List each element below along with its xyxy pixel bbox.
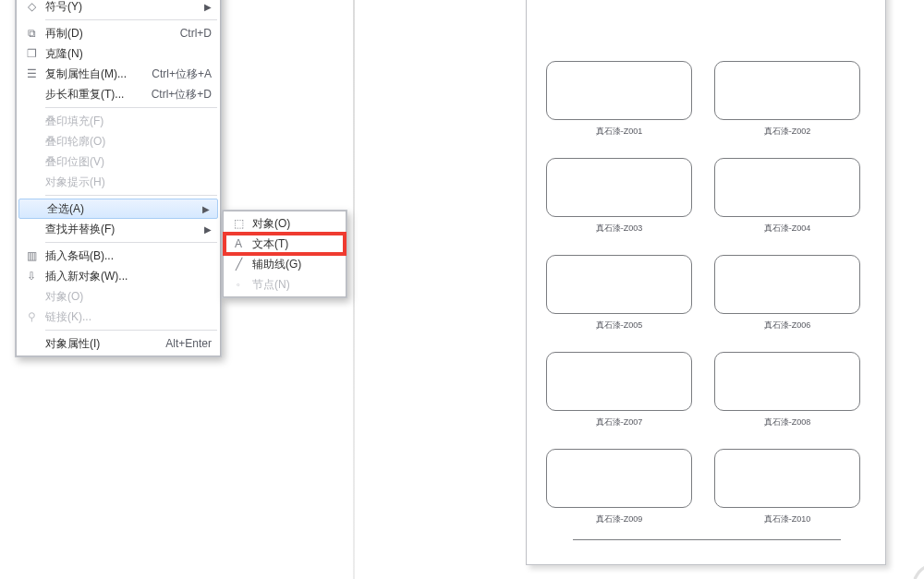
menu-label: 辅助线(G) [252,257,337,272]
swatch-caption: 真石漆-Z008 [764,416,811,428]
menu-label: 克隆(N) [45,46,212,62]
swatch-item[interactable]: 真石漆-Z004 [713,158,861,251]
context-menu: ▫ … ◇ 符号(Y) ▶ ⧉ 再制(D) Ctrl+D ❐ 克隆(N) ☰ 复… [15,0,222,357]
menu-item-overprint-bitmap: 叠印位图(V) [18,151,219,172]
menu-label: 全选(A) [47,201,197,217]
menu-label: 叠印位图(V) [45,154,212,170]
symbol-icon: ◇ [18,0,45,13]
submenu-arrow-icon: ▶ [202,224,212,235]
new-object-icon: ⇩ [18,270,45,283]
swatch-box [714,158,860,217]
menu-label: 对象提示(H) [45,175,212,190]
swatch-box [546,255,692,314]
menu-item-overprint-fill: 叠印填充(F) [18,111,219,131]
menu-label: 节点(N) [252,277,337,293]
submenu-item-guides[interactable]: ╱ 辅助线(G) [225,254,345,274]
page-footer-rule [573,539,841,540]
menu-label: 对象(O) [45,289,212,305]
swatch-box [714,255,860,314]
swatch-caption: 真石漆-Z003 [596,223,643,235]
menu-item-object: 对象(O) [18,286,219,307]
swatch-caption: 真石漆-Z010 [764,513,811,525]
swatch-caption: 真石漆-Z006 [764,320,811,332]
menu-item-overprint-outline: 叠印轮廓(O) [18,131,219,151]
menu-label: 对象(O) [252,216,337,232]
clone-icon: ❐ [18,47,45,60]
document-page: 真石漆-Z001 真石漆-Z002 真石漆-Z003 真石漆-Z004 真石漆-… [526,0,886,565]
select-nodes-icon: ◦ [225,278,252,291]
menu-label: 叠印填充(F) [45,114,212,129]
swatch-item[interactable]: 真石漆-Z001 [545,61,693,154]
swatch-box [546,61,692,120]
menu-label: 复制属性自(M)... [45,66,152,82]
menu-item-insert-barcode[interactable]: ▥ 插入条码(B)... [18,246,219,266]
swatch-item[interactable]: 真石漆-Z002 [713,61,861,154]
menu-label: 插入新对象(W)... [45,269,212,284]
copy-props-icon: ☰ [18,67,45,80]
swatch-box [546,449,692,508]
swatch-box [714,352,860,411]
submenu-item-text[interactable]: A 文本(T) [225,234,345,254]
menu-separator [45,107,217,108]
duplicate-icon: ⧉ [18,27,45,40]
select-guides-icon: ╱ [225,258,252,271]
watermark-icon [906,537,924,579]
swatch-caption: 真石漆-Z009 [596,513,643,525]
swatch-box [546,158,692,217]
menu-label: 链接(K)... [45,309,212,325]
menu-separator [45,19,217,20]
select-text-icon: A [225,237,252,250]
menu-item-links: ⚲ 链接(K)... [18,307,219,327]
menu-item-step-repeat[interactable]: 步长和重复(T)... Ctrl+位移+D [18,84,219,104]
menu-item-redo[interactable]: ⧉ 再制(D) Ctrl+D [18,23,219,43]
menu-item-select-all[interactable]: 全选(A) ▶ [18,199,218,219]
menu-shortcut: Ctrl+位移+D [152,87,212,103]
menu-shortcut: Ctrl+D [180,27,212,40]
submenu-arrow-icon: ▶ [202,2,212,12]
menu-label: 查找并替换(F) [45,222,199,237]
swatch-caption: 真石漆-Z005 [596,320,643,332]
menu-label: 叠印轮廓(O) [45,134,212,150]
swatch-item[interactable]: 真石漆-Z007 [545,352,693,445]
menu-label: 再制(D) [45,26,180,42]
app-root: 真石漆-Z001 真石漆-Z002 真石漆-Z003 真石漆-Z004 真石漆-… [0,0,924,579]
swatch-caption: 真石漆-Z007 [596,416,643,428]
swatch-caption: 真石漆-Z001 [596,126,643,138]
links-icon: ⚲ [18,310,45,323]
swatch-item[interactable]: 真石漆-Z003 [545,158,693,251]
menu-item-find-replace[interactable]: 查找并替换(F) ▶ [18,219,219,239]
submenu-item-objects[interactable]: ⬚ 对象(O) [225,213,345,234]
menu-item-insert-new-object[interactable]: ⇩ 插入新对象(W)... [18,266,219,286]
menu-label: 符号(Y) [45,0,199,15]
context-submenu: ⬚ 对象(O) A 文本(T) ╱ 辅助线(G) ◦ 节点(N) [222,210,347,298]
submenu-arrow-icon: ▶ [201,204,210,214]
menu-item-symbol[interactable]: ◇ 符号(Y) ▶ [18,0,219,17]
canvas-area: 真石漆-Z001 真石漆-Z002 真石漆-Z003 真石漆-Z004 真石漆-… [355,0,924,579]
swatch-box [714,449,860,508]
swatch-box [546,352,692,411]
swatch-item[interactable]: 真石漆-Z006 [713,255,861,348]
menu-shortcut: Ctrl+位移+A [152,66,212,82]
swatch-caption: 真石漆-Z004 [764,223,811,235]
menu-shortcut: Alt+Enter [165,337,212,350]
swatch-caption: 真石漆-Z002 [764,126,811,138]
menu-item-object-hint: 对象提示(H) [18,172,219,192]
menu-item-clone[interactable]: ❐ 克隆(N) [18,43,219,64]
swatch-box [714,61,860,120]
menu-separator [45,330,217,331]
swatch-grid: 真石漆-Z001 真石漆-Z002 真石漆-Z003 真石漆-Z004 真石漆-… [545,61,867,542]
menu-separator [45,195,217,196]
menu-item-copy-props[interactable]: ☰ 复制属性自(M)... Ctrl+位移+A [18,64,219,84]
menu-label: 文本(T) [252,236,337,252]
swatch-item[interactable]: 真石漆-Z010 [713,449,861,542]
menu-label: 对象属性(I) [45,336,165,352]
swatch-item[interactable]: 真石漆-Z005 [545,255,693,348]
swatch-item[interactable]: 真石漆-Z008 [713,352,861,445]
submenu-item-nodes: ◦ 节点(N) [225,274,345,295]
menu-label: 插入条码(B)... [45,248,212,264]
select-objects-icon: ⬚ [225,217,252,230]
menu-separator [45,242,217,243]
swatch-item[interactable]: 真石漆-Z009 [545,449,693,542]
menu-item-object-properties[interactable]: 对象属性(I) Alt+Enter [18,333,219,354]
barcode-icon: ▥ [18,249,45,262]
